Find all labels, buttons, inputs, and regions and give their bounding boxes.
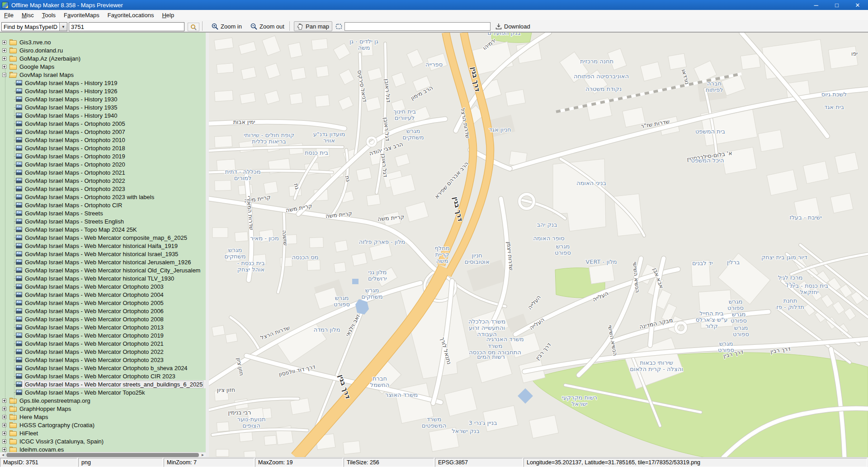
tree-item[interactable]: GovMap Israel Maps - Ortophoto 2019: [0, 152, 206, 160]
tree-item-label: GovMap Israel Maps - Web Mercator Ortoph…: [25, 308, 164, 315]
expand-icon[interactable]: [2, 439, 6, 443]
scroll-right-icon[interactable]: ►: [200, 453, 206, 457]
find-mode-select[interactable]: Find by MapsTypeID ▼: [1, 22, 67, 31]
minimize-button[interactable]: ─: [806, 0, 826, 10]
tree-item[interactable]: Google Maps: [0, 62, 206, 71]
poi-label: חברתהחשמל: [370, 375, 389, 388]
tree-item[interactable]: GovMap Israel Maps - Web Mercator Ortoph…: [0, 331, 206, 339]
poi-label: לשכת גיוס: [821, 91, 847, 98]
tree-item[interactable]: GovMap Israel Maps - Streets English: [0, 217, 206, 225]
tree-item[interactable]: GovMap Israel Maps - Web Mercator Ortoph…: [0, 282, 206, 291]
tree-item[interactable]: GovMap Israel Maps - Ortophoto CIR: [0, 201, 206, 209]
maximize-button[interactable]: □: [826, 0, 847, 10]
panel-splitter[interactable]: [206, 32, 209, 457]
tree-item[interactable]: GovMap Israel Maps - Ortophoto 2018: [0, 144, 206, 152]
tree-item[interactable]: GovMap Israel Maps - History 1935: [0, 103, 206, 111]
expand-icon[interactable]: [2, 415, 6, 419]
search-input[interactable]: [69, 22, 184, 31]
tree-item[interactable]: ICGC Vissir3 (Catalunya, Spain): [0, 437, 206, 445]
tree-item[interactable]: HiFleet: [0, 429, 206, 437]
tree-item[interactable]: GovMap Israel Maps - History 1919: [0, 79, 206, 87]
tree-item[interactable]: GovMap Israel Maps - Web Mercator street…: [0, 380, 206, 388]
expand-icon[interactable]: [2, 431, 6, 435]
tree-item[interactable]: GovMap Israel Maps - Web Mercator Ortoph…: [0, 339, 206, 348]
tree-item[interactable]: GovMap Israel Maps - Ortophoto 2005: [0, 119, 206, 128]
tree-item[interactable]: GraphHopper Maps: [0, 405, 206, 413]
tree-item[interactable]: GovMap Israel Maps - Web Mercator histor…: [0, 242, 206, 250]
tree-item[interactable]: GovMap Israel Maps - Web Mercator compos…: [0, 234, 206, 242]
tree-item[interactable]: GovMap Israel Maps - Ortophoto 2020: [0, 160, 206, 168]
folder-icon: [9, 56, 17, 62]
tree-item[interactable]: GoMap.Az (Azerbaijan): [0, 54, 206, 62]
menu-item-tools[interactable]: Tools: [38, 11, 60, 19]
map-viewport[interactable]: ירמיהושדרות שז"רנורדאושדרות הרצלהרב מימו…: [209, 32, 868, 457]
poi-label: מגרשספורט: [555, 243, 571, 256]
building: [343, 441, 361, 454]
status-segment: png: [78, 458, 163, 467]
map-canvas[interactable]: ירמיהושדרות שז"רנורדאושדרות הרצלהרב מימו…: [209, 33, 868, 457]
tree-item[interactable]: Here Maps: [0, 413, 206, 421]
building: [367, 194, 381, 206]
menu-item-file[interactable]: File: [0, 11, 18, 19]
poi-label: רשות המים: [477, 353, 505, 360]
tree-item[interactable]: GovMap Israel Maps - Web Mercator Ortoph…: [0, 364, 206, 372]
close-button[interactable]: ✕: [847, 0, 868, 10]
tree-item[interactable]: HGSS Cartography (Croatia): [0, 421, 206, 429]
tree-item[interactable]: Gis3.nve.no: [0, 38, 206, 46]
tree-item[interactable]: GovMap Israel Maps - Ortophoto 2007: [0, 128, 206, 136]
menu-item-help[interactable]: Help: [158, 11, 178, 19]
tree-item[interactable]: GovMap Israel Maps - Web Mercator Ortoph…: [0, 348, 206, 356]
menu-item-misc[interactable]: Misc: [18, 11, 38, 19]
menu-item-favoritelocations[interactable]: FavoriteLocations: [104, 11, 158, 19]
tree-item[interactable]: Gisro.donland.ru: [0, 46, 206, 54]
tree-item[interactable]: GovMap Israel Maps - Web Mercator histor…: [0, 274, 206, 282]
map-layer-icon: [16, 243, 22, 248]
tree-item[interactable]: GovMap Israel Maps - Web Mercator Ortoph…: [0, 323, 206, 331]
tree-item[interactable]: GovMap Israel Maps - Web Mercator Ortoph…: [0, 307, 206, 315]
menu-item-favoritemaps[interactable]: FavoriteMaps: [60, 11, 104, 19]
tree-item[interactable]: GovMap Israel Maps - History 1940: [0, 111, 206, 119]
expand-icon[interactable]: [2, 40, 6, 44]
tree-item[interactable]: GovMap Israel Maps - Web Mercator Ortoph…: [0, 356, 206, 364]
expand-icon[interactable]: [2, 65, 6, 69]
tree-item[interactable]: GovMap Israel Maps - Web Mercator Ortoph…: [0, 372, 206, 380]
building: [235, 232, 248, 242]
building: [264, 181, 278, 194]
address-input[interactable]: [344, 22, 491, 31]
tree-item[interactable]: GovMap Israel Maps - Ortophoto 2021: [0, 168, 206, 176]
tree-item[interactable]: GovMap Israel Maps - Web Mercator Topo25…: [0, 388, 206, 396]
tree-horizontal-scrollbar[interactable]: ◄ ►: [0, 452, 206, 457]
tree-item[interactable]: GovMap Israel Maps - History 1926: [0, 87, 206, 95]
tree-item[interactable]: GovMap Israel Maps - Web Mercator histor…: [0, 266, 206, 274]
tree-item[interactable]: GovMap Israel Maps - Web Mercator histor…: [0, 258, 206, 266]
tree-item[interactable]: GovMap Israel Maps - Ortophoto 2022: [0, 176, 206, 185]
expand-icon[interactable]: [2, 57, 6, 61]
tree-item[interactable]: GovMap Israel Maps - Ortophoto 2023: [0, 185, 206, 193]
expand-icon[interactable]: [2, 399, 6, 403]
zoom-out-button[interactable]: Zoom out: [248, 21, 287, 31]
expand-icon[interactable]: [2, 423, 6, 427]
tree-item[interactable]: GovMap Israel Maps - Topo Map 2024 25K: [0, 225, 206, 234]
scrollbar-thumb[interactable]: [6, 453, 199, 457]
tree-item[interactable]: GovMap Israel Maps - Web Mercator Ortoph…: [0, 291, 206, 299]
expand-icon[interactable]: [2, 48, 6, 52]
tree-item[interactable]: GovMap Israel Maps - Ortophoto 2010: [0, 136, 206, 144]
tree-item[interactable]: GovMap Israel Maps - Web Mercator histor…: [0, 250, 206, 258]
zoom-in-button[interactable]: Zoom in: [209, 21, 245, 31]
download-button[interactable]: Download: [493, 21, 533, 31]
map-layer-icon: [16, 178, 22, 183]
chevron-down-icon[interactable]: ▼: [59, 23, 67, 31]
expand-icon[interactable]: [2, 407, 6, 411]
pan-map-button[interactable]: Pan map: [294, 21, 332, 31]
tree-item[interactable]: GovMap Israel Maps - Ortophoto 2023 with…: [0, 193, 206, 201]
tree-item[interactable]: Gps.tile.openstreetmap.org: [0, 396, 206, 405]
search-button[interactable]: [188, 23, 199, 31]
tree-item[interactable]: GovMap Israel Maps - Streets: [0, 209, 206, 217]
folder-icon: [9, 438, 17, 444]
tree-item[interactable]: GovMap Israel Maps - Web Mercator Ortoph…: [0, 315, 206, 323]
tree-item[interactable]: GovMap Israel Maps - Web Mercator Ortoph…: [0, 299, 206, 307]
expand-icon[interactable]: [2, 448, 6, 452]
collapse-icon[interactable]: [2, 73, 6, 77]
tree-item[interactable]: GovMap Israel Maps: [0, 71, 206, 79]
tree-item[interactable]: GovMap Israel Maps - History 1930: [0, 95, 206, 103]
